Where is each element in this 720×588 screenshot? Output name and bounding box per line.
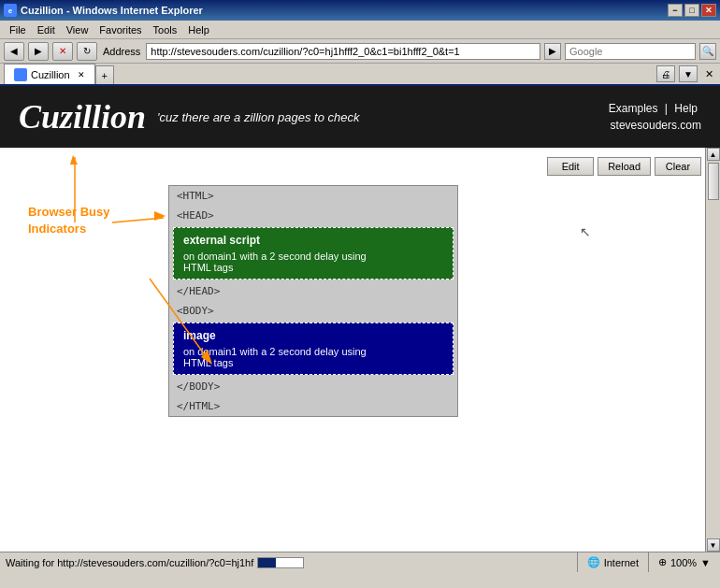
html-open-tag: <HTML>	[169, 186, 457, 206]
status-progress-bar	[258, 558, 276, 567]
scroll-down-arrow[interactable]: ▼	[707, 538, 720, 552]
script-block-title: external script	[183, 234, 443, 247]
svg-line-0	[112, 218, 164, 222]
new-tab-button[interactable]: +	[95, 65, 114, 84]
menu-help[interactable]: Help	[182, 22, 215, 37]
link-separator: |	[665, 102, 668, 115]
site-tagline: 'cuz there are a zillion pages to check	[157, 110, 359, 124]
status-text: Waiting for http://stevesouders.com/cuzi…	[6, 557, 253, 568]
app-icon: e	[4, 4, 17, 17]
active-tab[interactable]: Cuzillion ✕	[4, 64, 95, 84]
address-bar: ◀ ▶ ✕ ↻ Address ▶ 🔍	[0, 39, 720, 64]
print-button[interactable]: 🖨	[656, 65, 675, 82]
header-links: Examples | Help	[605, 102, 701, 115]
html-diagram: <HTML> <HEAD> external script on domain1…	[168, 185, 458, 417]
menu-tools[interactable]: Tools	[148, 22, 183, 37]
status-message: Waiting for http://stevesouders.com/cuzi…	[0, 557, 577, 568]
edit-button[interactable]: Edit	[547, 157, 594, 176]
buttons-row: Edit Reload Clear	[547, 157, 701, 176]
header-right: Examples | Help stevesouders.com	[605, 102, 701, 132]
tabs-area: Cuzillion ✕ + 🖨 ▼ ✕	[0, 64, 720, 86]
search-input[interactable]	[565, 43, 696, 60]
image-block-subtitle: on domain1 with a 2 second delay usingHT…	[183, 346, 443, 368]
scroll-up-arrow[interactable]: ▲	[707, 148, 720, 161]
site-url: stevesouders.com	[605, 119, 701, 132]
header-banner: Cuzillion 'cuz there are a zillion pages…	[0, 86, 720, 148]
clear-button[interactable]: Clear	[655, 157, 701, 176]
title-bar: e Cuzillion - Windows Internet Explorer …	[0, 0, 720, 21]
address-label: Address	[103, 46, 140, 57]
image-block-title: image	[183, 329, 443, 342]
tab-favicon	[14, 68, 27, 81]
window-title: Cuzillion - Windows Internet Explorer	[21, 5, 203, 16]
menu-view[interactable]: View	[61, 22, 94, 37]
annotation-label: Browser Busy Indicators	[28, 205, 109, 236]
menu-edit[interactable]: Edit	[32, 22, 61, 37]
toolbar-menu-button[interactable]: ▼	[679, 65, 698, 82]
minimize-button[interactable]: −	[668, 4, 683, 17]
scrollbar-right[interactable]: ▲ ▼	[705, 148, 720, 552]
main-content: Edit Reload Clear <HTML> <HEAD> external…	[0, 148, 720, 552]
refresh-button[interactable]: ↻	[77, 42, 97, 61]
forward-button[interactable]: ▶	[28, 42, 49, 61]
tab-close[interactable]: ✕	[78, 70, 85, 79]
reload-button[interactable]: Reload	[598, 157, 651, 176]
annotation-text: Browser Busy Indicators	[28, 204, 109, 237]
back-button[interactable]: ◀	[4, 42, 24, 61]
image-block[interactable]: image on domain1 with a 2 second delay u…	[173, 323, 454, 375]
scroll-thumb[interactable]	[708, 163, 719, 200]
address-input[interactable]	[146, 43, 540, 60]
svg-marker-3	[70, 155, 78, 165]
maximize-button[interactable]: □	[684, 4, 699, 17]
help-link[interactable]: Help	[674, 102, 698, 115]
search-button[interactable]: 🔍	[699, 43, 716, 60]
close-tab-area[interactable]: ✕	[701, 66, 716, 81]
head-open-tag: <HEAD>	[169, 206, 457, 225]
script-block-subtitle: on domain1 with a 2 second delay usingHT…	[183, 251, 443, 273]
svg-marker-4	[154, 211, 166, 221]
menu-bar: File Edit View Favorites Tools Help	[0, 21, 720, 39]
body-open-tag: <BODY>	[169, 301, 457, 321]
zoom-icon: ⊕	[658, 556, 667, 568]
go-button[interactable]: ▶	[544, 43, 561, 60]
menu-favorites[interactable]: Favorites	[94, 22, 147, 37]
stop-button[interactable]: ✕	[52, 42, 73, 61]
zoom-text: 100%	[670, 557, 697, 568]
status-zoom[interactable]: ⊕ 100% ▼	[648, 552, 720, 572]
html-close-tag: </HTML>	[169, 396, 457, 416]
menu-file[interactable]: File	[4, 22, 32, 37]
zoom-dropdown-icon: ▼	[700, 557, 711, 568]
status-zone: 🌐 Internet	[577, 552, 648, 572]
svg-text:↖: ↖	[580, 224, 591, 239]
status-progress	[257, 557, 304, 568]
site-logo: Cuzillion	[19, 97, 146, 136]
body-close-tag: </BODY>	[169, 377, 457, 396]
external-script-block[interactable]: external script on domain1 with a 2 seco…	[173, 227, 454, 280]
zone-text: Internet	[604, 557, 639, 568]
status-bar: Waiting for http://stevesouders.com/cuzi…	[0, 552, 720, 572]
examples-link[interactable]: Examples	[609, 102, 658, 115]
zone-icon: 🌐	[587, 556, 600, 568]
tab-label: Cuzillion	[31, 69, 70, 80]
close-button[interactable]: ✕	[701, 4, 716, 17]
head-close-tag: </HEAD>	[169, 281, 457, 301]
